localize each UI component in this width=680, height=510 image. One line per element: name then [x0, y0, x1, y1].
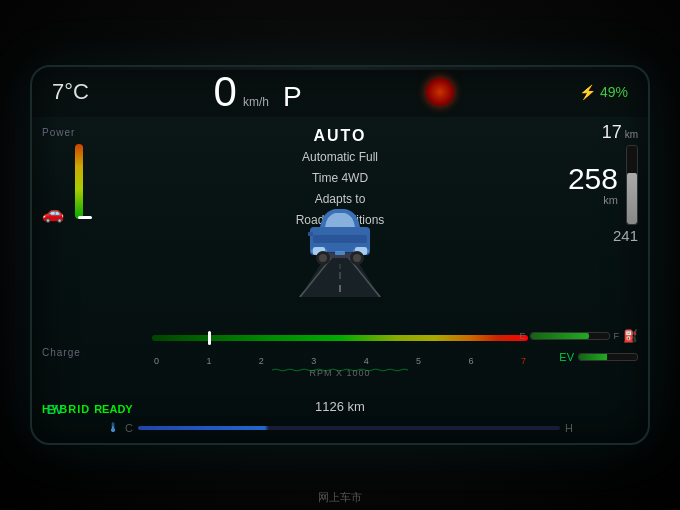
temp-gauge-row: 🌡 C H [107, 420, 573, 435]
drive-mode-title: AUTO [152, 127, 528, 145]
charge-label: Charge [42, 347, 152, 358]
ev-bar [578, 353, 638, 361]
range-bottom-value: 241 [613, 227, 638, 244]
odometer-value: 1126 km [315, 399, 365, 414]
rpm-num-2: 2 [259, 356, 264, 366]
temperature-display: 7°C [52, 79, 89, 105]
svg-point-17 [353, 254, 361, 262]
speed-unit: km/h [243, 95, 269, 109]
temp-h-label: H [565, 422, 573, 434]
rpm-num-5: 5 [416, 356, 421, 366]
drive-mode-desc2: Time 4WD [152, 169, 528, 187]
range-section: 17 km 258 km 241 [568, 122, 638, 244]
gear-display: P [283, 81, 302, 113]
power-section: Power 🚗 [42, 127, 152, 224]
rpm-num-6: 6 [469, 356, 474, 366]
rpm-track [152, 335, 528, 341]
ready-label: READY [94, 403, 133, 415]
battery-section: ⚡ 49% [579, 84, 628, 100]
fuel-fill [531, 333, 590, 339]
svg-rect-18 [308, 232, 313, 236]
range-bar-fill [627, 173, 637, 224]
battery-percent: 49% [600, 84, 628, 100]
svg-rect-19 [335, 251, 345, 255]
power-needle [78, 216, 92, 219]
battery-icon: ⚡ [579, 84, 596, 100]
dashboard-cluster: 7°C 0 km/h P ⚡ 49% Power 🚗 [30, 65, 650, 445]
watermark: 网上车市 [318, 490, 362, 505]
speed-section: 0 km/h P [214, 71, 302, 113]
drive-mode-desc1: Automatic Full [152, 148, 528, 166]
thermometer-icon: 🌡 [107, 420, 120, 435]
range-top-value: 17 [602, 122, 622, 143]
charge-section: Charge [42, 347, 152, 358]
squiggle-line [272, 363, 408, 381]
car-visual [250, 187, 430, 297]
fuel-section: E F ⛽ EV [519, 329, 638, 363]
rpm-num-0: 0 [154, 356, 159, 366]
rpm-num-1: 1 [206, 356, 211, 366]
fuel-f-label: F [614, 331, 620, 341]
center-panel: AUTO Automatic Full Time 4WD Adapts to R… [152, 122, 528, 433]
ev-icon: EV [559, 351, 574, 363]
range-main-value: 258 [568, 164, 618, 194]
fuel-pump-icon: ⛽ [623, 329, 638, 343]
temp-bar [138, 426, 560, 430]
ev-fill [579, 354, 607, 360]
range-bar [626, 145, 638, 225]
fuel-bar [530, 332, 610, 340]
fuel-e-label: E [519, 331, 525, 341]
left-panel: Power 🚗 Charge [42, 122, 152, 363]
svg-point-15 [319, 254, 327, 262]
top-bar: 7°C 0 km/h P ⚡ 49% [32, 67, 648, 117]
rpm-needle [208, 331, 211, 345]
warning-light [426, 78, 454, 106]
range-top: 17 km [602, 122, 638, 143]
svg-rect-7 [313, 235, 367, 243]
ev-mode-icon: EV [47, 400, 63, 418]
power-gauge-fill [75, 144, 83, 219]
range-top-unit: km [625, 129, 638, 140]
rpm-bar [152, 323, 528, 353]
right-panel: 17 km 258 km 241 E [528, 122, 638, 363]
speed-value: 0 [214, 71, 237, 113]
photo-frame: 7°C 0 km/h P ⚡ 49% Power 🚗 [0, 0, 680, 510]
power-label: Power [42, 127, 152, 138]
car-icon-left: 🚗 [42, 202, 64, 224]
temp-c-label: C [125, 422, 133, 434]
range-main-unit: km [568, 194, 618, 206]
power-bar [70, 144, 130, 224]
